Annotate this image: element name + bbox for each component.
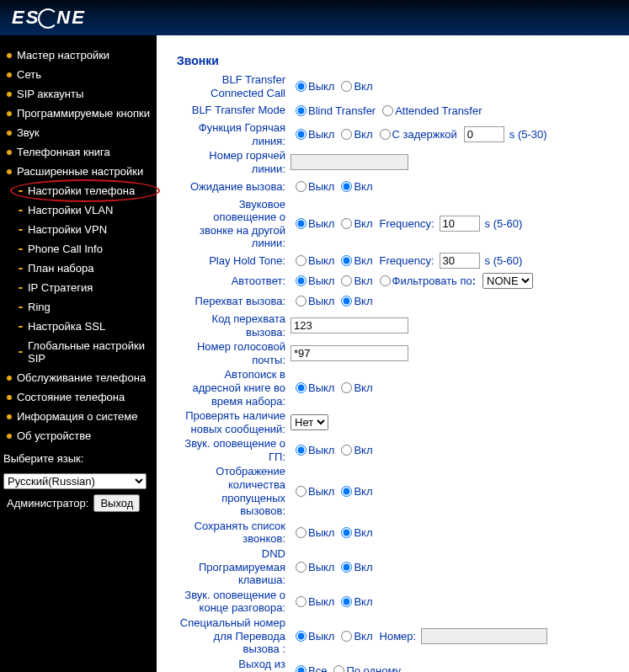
nav-dialplan[interactable]: План набора: [0, 259, 157, 278]
radio-label: Вкл: [354, 485, 372, 498]
nav-keys[interactable]: Программируемые кнопки: [0, 104, 157, 123]
nav-label: Сеть: [17, 68, 41, 81]
radio-et-off[interactable]: [296, 596, 307, 607]
bullet-icon: [7, 169, 12, 174]
radio-dk-off[interactable]: [296, 562, 307, 573]
radio-sc-off[interactable]: [296, 527, 307, 538]
logo: ESNE: [12, 7, 86, 29]
radio-as-off[interactable]: [296, 382, 307, 393]
radio-label: Вкл: [354, 526, 372, 539]
app-header: ESNE: [0, 0, 629, 35]
nav-sound[interactable]: Звук: [0, 123, 157, 142]
radio-label: Вкл: [354, 630, 372, 643]
radio-mc-off[interactable]: [296, 486, 307, 497]
radio-ce-all[interactable]: [296, 665, 307, 672]
nav-label: Настройка SSL: [28, 320, 105, 333]
radio-sn-off[interactable]: [296, 631, 307, 642]
nav-ssl[interactable]: Настройка SSL: [0, 317, 157, 336]
nav-label: Состояние телефона: [17, 391, 125, 403]
voicemail-input[interactable]: [291, 345, 408, 361]
freq1-input[interactable]: [440, 216, 480, 232]
bullet-icon: [7, 131, 12, 136]
radio-gp-off[interactable]: [296, 445, 307, 456]
radio-et-on[interactable]: [341, 596, 352, 607]
radio-as-on[interactable]: [341, 382, 352, 393]
radio-dk-on[interactable]: [341, 562, 352, 573]
label-check-msg: Проверять наличие новых сообщений:: [177, 409, 291, 435]
nav-ipstrategy[interactable]: IP Стратегия: [0, 278, 157, 297]
language-select[interactable]: Русский(Russian): [3, 473, 147, 489]
radio-to-off[interactable]: [296, 218, 307, 229]
radio-label: Вкл: [354, 381, 372, 394]
nav-sysinfo[interactable]: Информация о системе: [0, 407, 157, 426]
radio-label: Выкл: [308, 444, 334, 456]
radio-sn-on[interactable]: [341, 631, 352, 642]
nav-vpn[interactable]: Настройки VPN: [0, 220, 157, 239]
radio-pu-off[interactable]: [296, 296, 307, 307]
radio-label: Выкл: [308, 80, 334, 93]
nav-net[interactable]: Сеть: [0, 65, 157, 84]
radio-cw-off[interactable]: [296, 181, 307, 192]
radio-label: Вкл: [354, 275, 372, 287]
nav-phone-settings[interactable]: Настройки телефона: [0, 181, 157, 200]
radio-blf-conn-on[interactable]: [341, 81, 352, 92]
label-hold-tone: Play Hold Tone:: [177, 254, 291, 268]
nav-callinfo[interactable]: Phone Call Info: [0, 239, 157, 259]
radio-ht-off[interactable]: [296, 255, 307, 266]
radio-label: По одному: [346, 664, 401, 672]
bullet-icon: [7, 92, 12, 97]
pickup-code-input[interactable]: [291, 317, 408, 333]
radio-label: Выкл: [308, 526, 334, 539]
nav-advanced[interactable]: Расширенные настройки: [0, 162, 157, 181]
radio-ht-on[interactable]: [341, 255, 352, 266]
radio-cw-on[interactable]: [341, 181, 352, 192]
autoanswer-filter-select[interactable]: NONE: [482, 273, 533, 289]
label-gp-tone: Звук. оповещение о ГП:: [177, 437, 291, 463]
dash-icon: [19, 326, 23, 328]
spec-num-input[interactable]: [421, 628, 547, 644]
radio-blf-conn-off[interactable]: [296, 81, 307, 92]
radio-gp-on[interactable]: [341, 445, 352, 456]
admin-label: Администратор:: [7, 497, 88, 509]
radio-label: Выкл: [308, 275, 334, 287]
radio-to-on[interactable]: [341, 218, 352, 229]
nav-status[interactable]: Состояние телефона: [0, 387, 157, 407]
nav-about[interactable]: Об устройстве: [0, 426, 157, 445]
section-title: Звонки: [177, 54, 621, 67]
nav-label: IP Стратегия: [28, 281, 93, 294]
label-spec-num: Специальный номер для Перевода вызова :: [177, 616, 291, 656]
radio-aa-on[interactable]: [341, 275, 352, 286]
radio-label: Attended Transfer: [395, 104, 482, 117]
radio-label: Выкл: [308, 295, 334, 307]
nav-vlan[interactable]: Настройки VLAN: [0, 200, 157, 220]
radio-mc-on[interactable]: [341, 486, 352, 497]
nav-global-sip[interactable]: Глобальные настройки SIP: [0, 336, 157, 368]
label-autosearch: Автопоиск в адресной книге во время набо…: [177, 368, 291, 408]
nav-ring[interactable]: Ring: [0, 297, 157, 317]
radio-pu-on[interactable]: [341, 296, 352, 307]
radio-hotline-on[interactable]: [341, 129, 352, 140]
radio-aa-filter[interactable]: [380, 275, 391, 286]
nav-maintenance[interactable]: Обслуживание телефона: [0, 368, 157, 387]
radio-label: Выкл: [308, 381, 334, 394]
freq2-input[interactable]: [440, 253, 480, 269]
radio-blf-attended[interactable]: [382, 105, 393, 116]
label-conf-exit: Выход из конференции:: [177, 658, 291, 672]
hotline-num-input[interactable]: [291, 154, 408, 170]
radio-label: Выкл: [308, 485, 334, 498]
radio-aa-off[interactable]: [296, 275, 307, 286]
nav-phonebook[interactable]: Телефонная книга: [0, 142, 157, 162]
nav-master[interactable]: Мастер настройки: [0, 45, 157, 65]
radio-hotline-delay[interactable]: [380, 129, 391, 140]
label-pickup: Перехват вызова:: [177, 295, 291, 308]
hotline-delay-input[interactable]: [464, 126, 504, 142]
radio-sc-on[interactable]: [341, 527, 352, 538]
logout-button[interactable]: Выход: [93, 494, 140, 512]
bullet-icon: [7, 53, 12, 58]
check-msg-select[interactable]: Нет: [291, 414, 328, 430]
radio-blf-blind[interactable]: [296, 105, 307, 116]
radio-hotline-off[interactable]: [296, 129, 307, 140]
radio-label: С задержкой: [392, 128, 457, 141]
nav-sip[interactable]: SIP аккаунты: [0, 84, 157, 104]
radio-ce-one[interactable]: [333, 665, 344, 672]
